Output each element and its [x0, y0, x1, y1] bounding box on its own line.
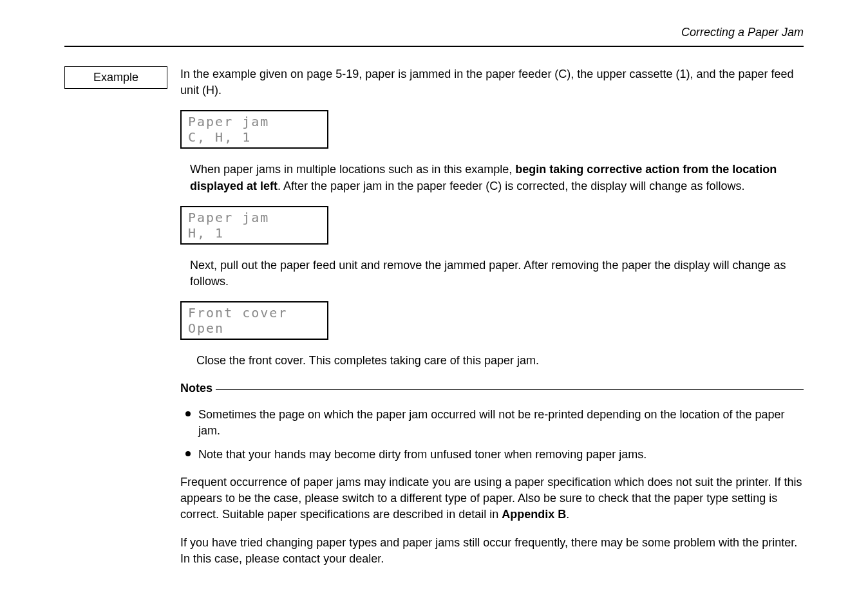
para5-bold: Appendix B	[502, 508, 566, 521]
notes-underline	[216, 389, 804, 390]
paragraph-1: In the example given on page 5-19, paper…	[180, 66, 804, 98]
notes-label: Notes	[180, 380, 212, 396]
list-item: Note that your hands may become dirty fr…	[180, 447, 804, 463]
lcd-display-2: Paper jam H, 1	[180, 206, 328, 245]
para2-post: . After the paper jam in the paper feede…	[278, 180, 744, 192]
paragraph-3: Next, pull out the paper feed unit and r…	[190, 257, 804, 290]
para5-post: .	[566, 508, 569, 521]
page-header-title: Correcting a Paper Jam	[64, 26, 804, 39]
para2-pre: When paper jams in multiple locations su…	[190, 163, 515, 176]
lcd2-line1: Paper jam	[188, 210, 321, 225]
lcd3-line1: Front cover	[188, 305, 321, 321]
paragraph-2: When paper jams in multiple locations su…	[190, 162, 804, 194]
lcd2-line2: H, 1	[188, 225, 321, 241]
lcd-display-3: Front cover Open	[180, 301, 328, 340]
example-label-box: Example	[64, 66, 167, 89]
main-content: In the example given on page 5-19, paper…	[180, 66, 804, 579]
lcd-display-1: Paper jam C, H, 1	[180, 110, 328, 149]
paragraph-6: If you have tried changing paper types a…	[180, 535, 804, 567]
lcd3-line2: Open	[188, 321, 321, 336]
content-row: Example In the example given on page 5-1…	[64, 66, 804, 579]
notes-header: Notes	[180, 380, 804, 396]
para5-pre: Frequent occurrence of paper jams may in…	[180, 476, 802, 521]
list-item: Sometimes the page on which the paper ja…	[180, 407, 804, 439]
paragraph-4: Close the front cover. This completes ta…	[196, 353, 804, 369]
header-divider	[64, 46, 804, 47]
lcd1-line2: C, H, 1	[188, 129, 321, 145]
paragraph-5: Frequent occurrence of paper jams may in…	[180, 474, 804, 523]
notes-list: Sometimes the page on which the paper ja…	[180, 407, 804, 463]
lcd1-line1: Paper jam	[188, 114, 321, 129]
